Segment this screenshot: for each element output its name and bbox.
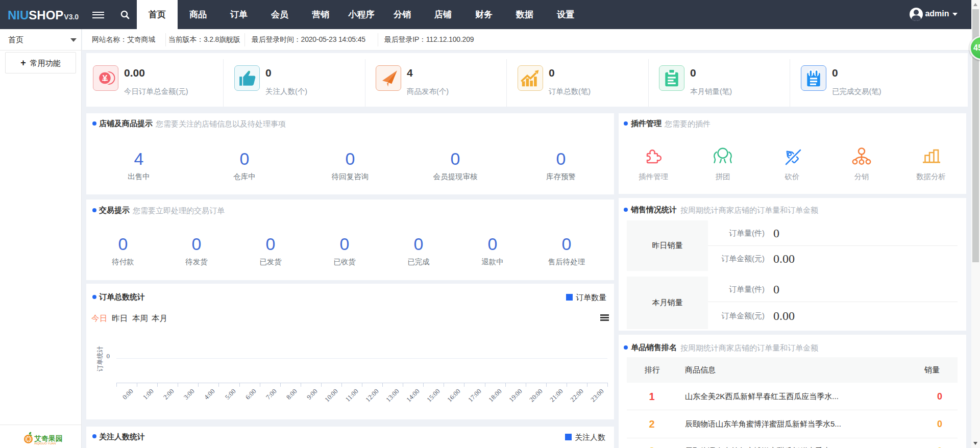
svg-text:AIQIGUO YUAN: AIQIGUO YUAN [34,442,56,445]
svg-text:¥: ¥ [103,73,108,83]
